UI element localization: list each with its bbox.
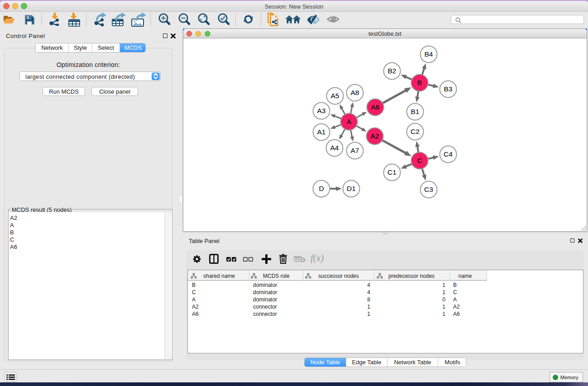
svg-text:A: A bbox=[347, 118, 352, 125]
svg-text:A7: A7 bbox=[351, 147, 359, 154]
svg-text:B4: B4 bbox=[425, 50, 433, 58]
svg-text:B1: B1 bbox=[411, 108, 420, 115]
svg-text:A2: A2 bbox=[371, 132, 379, 140]
svg-text:A1: A1 bbox=[317, 128, 326, 136]
svg-text:A3: A3 bbox=[317, 107, 326, 114]
svg-text:B3: B3 bbox=[444, 85, 453, 93]
svg-text:C: C bbox=[417, 157, 422, 164]
svg-text:A4: A4 bbox=[330, 144, 339, 152]
svg-text:C1: C1 bbox=[387, 168, 397, 176]
svg-text:A5: A5 bbox=[331, 92, 339, 100]
svg-text:D1: D1 bbox=[347, 185, 356, 192]
svg-text:C4: C4 bbox=[444, 150, 453, 158]
svg-text:C3: C3 bbox=[424, 186, 433, 193]
svg-text:A6: A6 bbox=[371, 103, 380, 111]
svg-text:C2: C2 bbox=[411, 128, 420, 135]
svg-text:B2: B2 bbox=[388, 67, 397, 75]
svg-text:A8: A8 bbox=[351, 89, 359, 96]
svg-text:B: B bbox=[417, 79, 422, 86]
svg-text:D: D bbox=[319, 185, 324, 192]
